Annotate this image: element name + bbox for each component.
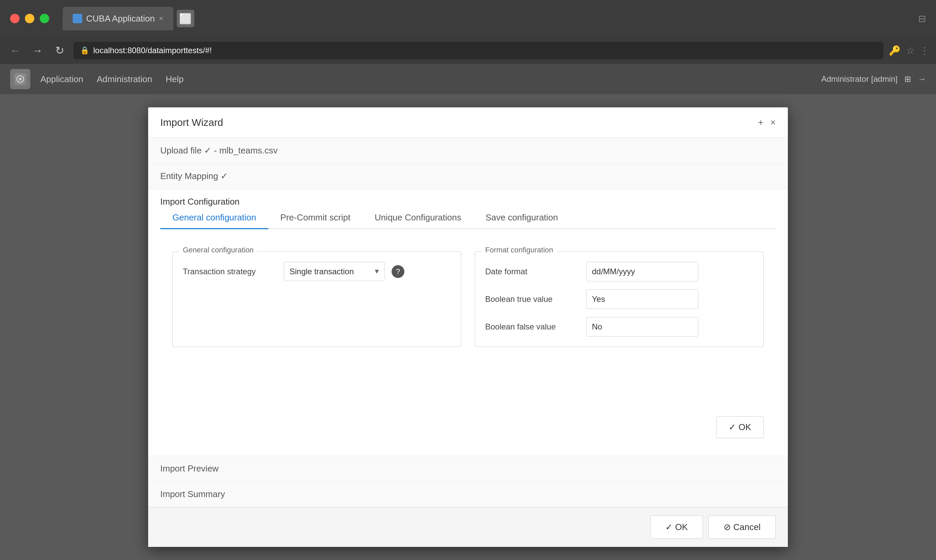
wizard-step-1: Upload file ✓ - mlb_teams.csv bbox=[148, 138, 788, 163]
modal-title: Import Wizard bbox=[160, 117, 223, 128]
boolean-false-label: Boolean false value bbox=[485, 322, 579, 331]
toolbar-right: 🔑 ☆ ⋮ bbox=[889, 45, 929, 56]
wizard-step-3: Import Configuration General configurati… bbox=[148, 189, 788, 456]
wizard-steps: Upload file ✓ - mlb_teams.csv Entity Map… bbox=[148, 138, 788, 507]
modal-close-button[interactable]: × bbox=[770, 117, 776, 128]
transaction-strategy-select-wrapper: Single transaction Transaction per entit… bbox=[284, 262, 385, 281]
new-tab-icon: ⬜ bbox=[179, 13, 192, 25]
lock-icon: 🔒 bbox=[80, 46, 89, 55]
traffic-lights bbox=[10, 14, 49, 23]
new-tab-button[interactable]: ⬜ bbox=[177, 10, 194, 27]
format-config-group-title: Format configuration bbox=[482, 246, 557, 254]
tab-unique-configurations[interactable]: Unique Configurations bbox=[363, 207, 473, 229]
step-5-label: Import Summary bbox=[160, 489, 225, 499]
address-bar[interactable]: 🔒 localhost:8080/dataimporttests/#! bbox=[73, 42, 884, 59]
tab-favicon bbox=[73, 14, 82, 23]
tab-save-configuration[interactable]: Save configuration bbox=[473, 207, 570, 229]
step-4-label: Import Preview bbox=[160, 463, 219, 474]
step-2-label: Entity Mapping ✓ bbox=[160, 171, 228, 181]
modal-header: Import Wizard + × bbox=[148, 107, 788, 138]
boolean-true-row: Boolean true value bbox=[485, 289, 753, 309]
footer-ok-label: ✓ OK bbox=[665, 522, 688, 532]
date-format-label: Date format bbox=[485, 267, 579, 276]
app-logo bbox=[10, 69, 30, 89]
modal-expand-button[interactable]: + bbox=[758, 117, 763, 128]
tab-nav: General configuration Pre-Commit script … bbox=[160, 207, 776, 229]
app-nav-items: Application Administration Help bbox=[40, 74, 183, 85]
step-3-label: Import Configuration bbox=[160, 197, 240, 207]
transaction-strategy-select[interactable]: Single transaction Transaction per entit… bbox=[284, 262, 385, 281]
maximize-traffic-light[interactable] bbox=[40, 14, 49, 23]
modal-header-actions: + × bbox=[758, 117, 776, 128]
help-icon[interactable]: ? bbox=[391, 265, 404, 278]
boolean-true-label: Boolean true value bbox=[485, 294, 579, 304]
minimize-traffic-light[interactable] bbox=[25, 14, 34, 23]
boolean-true-input[interactable] bbox=[586, 289, 698, 309]
boolean-false-input[interactable] bbox=[586, 317, 698, 337]
step-ok-label: ✓ OK bbox=[728, 422, 751, 432]
step-1-label: Upload file ✓ - mlb_teams.csv bbox=[160, 145, 278, 155]
wizard-step-2: Entity Mapping ✓ bbox=[148, 163, 788, 189]
import-wizard-modal: Import Wizard + × Upload file ✓ - mlb_te… bbox=[148, 107, 788, 547]
menu-icon[interactable]: ⋮ bbox=[920, 45, 929, 56]
spectacles-icon: ⊟ bbox=[918, 13, 926, 24]
main-content: Import Wizard + × Upload file ✓ - mlb_te… bbox=[0, 94, 936, 560]
format-config-group: Format configuration Date format Boolean… bbox=[475, 251, 764, 347]
browser-toolbar: ← → ↻ 🔒 localhost:8080/dataimporttests/#… bbox=[0, 37, 936, 64]
app-navbar: Application Administration Help Administ… bbox=[0, 64, 936, 94]
config-sections: General configuration Transaction strate… bbox=[172, 251, 764, 347]
app-nav-right: Administrator [admin] ⊞ → bbox=[821, 74, 926, 84]
close-traffic-light[interactable] bbox=[10, 14, 20, 23]
forward-button[interactable]: → bbox=[29, 42, 46, 59]
url-path: :8080/dataimporttests/#! bbox=[125, 46, 212, 55]
general-config-group-title: General configuration bbox=[179, 246, 257, 254]
modal-footer: ✓ OK ⊘ Cancel bbox=[148, 507, 788, 547]
date-format-row: Date format bbox=[485, 262, 753, 282]
browser-window: CUBA Application × ⬜ ⊟ ← → ↻ 🔒 localhost… bbox=[0, 0, 936, 560]
nav-administration[interactable]: Administration bbox=[97, 74, 152, 85]
url-host: localhost bbox=[93, 46, 125, 55]
boolean-false-row: Boolean false value bbox=[485, 317, 753, 337]
url-display: localhost:8080/dataimporttests/#! bbox=[93, 46, 212, 55]
wizard-step-4: Import Preview bbox=[148, 456, 788, 482]
date-format-input[interactable] bbox=[586, 262, 698, 282]
footer-cancel-label: ⊘ Cancel bbox=[724, 522, 760, 532]
transaction-strategy-row: Transaction strategy Single transaction … bbox=[183, 262, 451, 281]
help-icon-label: ? bbox=[396, 267, 400, 276]
back-button[interactable]: ← bbox=[7, 42, 23, 59]
tab-bar: CUBA Application × ⬜ bbox=[63, 7, 194, 30]
tab-general-configuration[interactable]: General configuration bbox=[160, 207, 268, 229]
grid-icon[interactable]: ⊞ bbox=[904, 74, 911, 84]
nav-application[interactable]: Application bbox=[40, 74, 83, 85]
wizard-step-5: Import Summary bbox=[148, 482, 788, 507]
tab-precommit-script[interactable]: Pre-Commit script bbox=[268, 207, 363, 229]
step-3-content: General configuration Transaction strate… bbox=[160, 241, 776, 409]
modal-overlay: Import Wizard + × Upload file ✓ - mlb_te… bbox=[0, 94, 936, 560]
star-icon[interactable]: ☆ bbox=[906, 45, 914, 56]
key-icon[interactable]: 🔑 bbox=[889, 45, 901, 56]
browser-titlebar: CUBA Application × ⬜ ⊟ bbox=[0, 0, 936, 37]
logo-icon bbox=[14, 73, 26, 85]
tab-close-button[interactable]: × bbox=[159, 14, 163, 23]
footer-ok-button[interactable]: ✓ OK bbox=[650, 515, 703, 539]
refresh-button[interactable]: ↻ bbox=[51, 42, 68, 59]
svg-point-2 bbox=[19, 78, 22, 80]
step-ok-button[interactable]: ✓ OK bbox=[716, 416, 764, 438]
tab-title: CUBA Application bbox=[86, 14, 155, 24]
user-label: Administrator [admin] bbox=[821, 74, 898, 84]
general-config-group: General configuration Transaction strate… bbox=[172, 251, 461, 347]
transaction-strategy-label: Transaction strategy bbox=[183, 267, 277, 276]
step-footer: ✓ OK bbox=[160, 409, 776, 448]
footer-cancel-button[interactable]: ⊘ Cancel bbox=[708, 515, 776, 539]
nav-help[interactable]: Help bbox=[166, 74, 183, 85]
browser-tab[interactable]: CUBA Application × bbox=[63, 7, 173, 30]
logout-icon[interactable]: → bbox=[918, 74, 926, 84]
